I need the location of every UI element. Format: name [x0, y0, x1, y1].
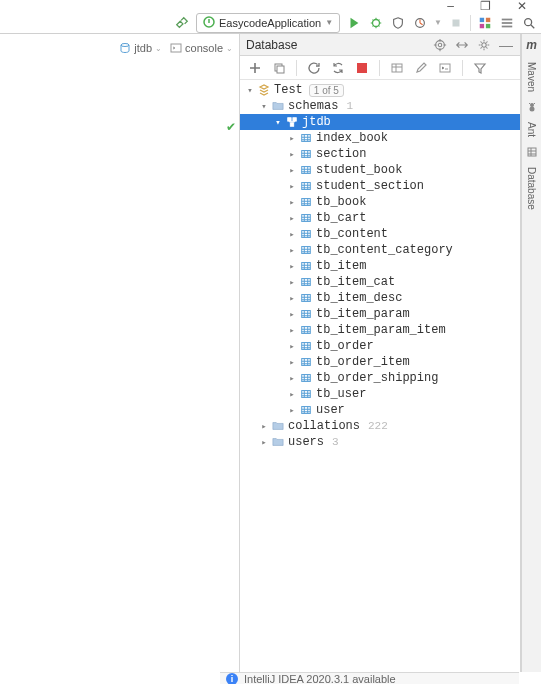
jtdb-tab[interactable]: jtdb ⌄: [119, 42, 162, 54]
duplicate-icon[interactable]: [270, 59, 288, 77]
chevron-right-icon: ▸: [286, 197, 298, 208]
chevron-right-icon: ▸: [286, 181, 298, 192]
svg-rect-6: [480, 23, 484, 27]
tree-table-label: tb_order_item: [316, 355, 410, 369]
tree-table[interactable]: ▸student_section: [240, 178, 520, 194]
tree-schemas-count: 1: [346, 100, 353, 112]
tree-table[interactable]: ▸tb_user: [240, 386, 520, 402]
svg-rect-30: [302, 231, 311, 238]
database-tree[interactable]: ▾ Test 1 of 5 ▾ schemas 1 ▾: [240, 80, 520, 672]
stop-icon[interactable]: [353, 59, 371, 77]
folder-icon: [270, 435, 286, 449]
add-icon[interactable]: [246, 59, 264, 77]
tree-table-label: user: [316, 403, 345, 417]
tree-root-label: Test: [274, 83, 303, 97]
chevron-down-icon: ▼: [325, 18, 333, 27]
profile-button[interactable]: [412, 15, 428, 31]
tree-table-label: tb_content: [316, 227, 388, 241]
close-button[interactable]: ✕: [517, 0, 527, 12]
ant-tab[interactable]: Ant: [526, 118, 537, 141]
maven-icon[interactable]: m: [526, 36, 537, 54]
target-icon[interactable]: [432, 37, 448, 53]
chevron-right-icon: ▸: [286, 357, 298, 368]
tree-table[interactable]: ▸section: [240, 146, 520, 162]
schema-icon: [284, 115, 300, 129]
svg-rect-23: [290, 123, 293, 126]
tree-table-label: tb_content_category: [316, 243, 453, 257]
edit-icon[interactable]: [412, 59, 430, 77]
tree-table-label: tb_item_desc: [316, 291, 402, 305]
main-toolbar: EasycodeApplication ▼ ▼: [0, 12, 541, 34]
tree-schema-jtdb[interactable]: ▾ jtdb: [240, 114, 520, 130]
svg-rect-44: [528, 148, 536, 156]
svg-rect-28: [302, 199, 311, 206]
table-icon: [298, 275, 314, 289]
maven-tab[interactable]: Maven: [526, 58, 537, 96]
tree-table[interactable]: ▸tb_book: [240, 194, 520, 210]
run-button[interactable]: [346, 15, 362, 31]
notification-bar[interactable]: i IntelliJ IDEA 2020.3.1 available: [220, 672, 519, 684]
sync-icon[interactable]: [329, 59, 347, 77]
tree-table-label: tb_item_cat: [316, 275, 395, 289]
search-icon[interactable]: [521, 15, 537, 31]
minimize-button[interactable]: –: [447, 0, 454, 12]
svg-rect-22: [293, 118, 296, 121]
svg-rect-8: [502, 18, 513, 20]
tree-table-label: tb_user: [316, 387, 366, 401]
svg-rect-21: [288, 118, 291, 121]
hide-icon[interactable]: —: [498, 37, 514, 53]
svg-point-42: [530, 103, 534, 107]
run-configuration-label: EasycodeApplication: [219, 17, 321, 29]
chevron-right-icon: ▸: [286, 309, 298, 320]
spring-boot-icon: [203, 16, 215, 30]
run-configuration-selector[interactable]: EasycodeApplication ▼: [196, 13, 340, 33]
svg-rect-19: [392, 64, 402, 72]
tree-table[interactable]: ▸tb_item: [240, 258, 520, 274]
build-hammer-icon[interactable]: [174, 15, 190, 31]
tree-collations[interactable]: ▸ collations 222: [240, 418, 520, 434]
tree-schemas[interactable]: ▾ schemas 1: [240, 98, 520, 114]
debug-button[interactable]: [368, 15, 384, 31]
tree-table[interactable]: ▸student_book: [240, 162, 520, 178]
split-icon[interactable]: [454, 37, 470, 53]
tree-table[interactable]: ▸tb_item_cat: [240, 274, 520, 290]
filter-icon[interactable]: [471, 59, 489, 77]
refresh-icon[interactable]: [305, 59, 323, 77]
tree-table[interactable]: ▸tb_content_category: [240, 242, 520, 258]
tree-table[interactable]: ▸tb_order_item: [240, 354, 520, 370]
stop-button[interactable]: [448, 15, 464, 31]
svg-point-15: [438, 43, 442, 47]
database-tab[interactable]: Database: [526, 163, 537, 214]
chevron-right-icon: ▸: [286, 165, 298, 176]
gear-icon[interactable]: [476, 37, 492, 53]
database-icon[interactable]: [525, 145, 539, 159]
right-sidebar: m Maven Ant Database: [521, 34, 541, 672]
settings-icon[interactable]: [499, 15, 515, 31]
ant-icon[interactable]: [525, 100, 539, 114]
console-icon[interactable]: [436, 59, 454, 77]
coverage-button[interactable]: [390, 15, 406, 31]
git-branch-icon[interactable]: [477, 15, 493, 31]
svg-rect-33: [302, 279, 311, 286]
chevron-right-icon: ▸: [286, 293, 298, 304]
database-tab-label: Database: [526, 167, 537, 210]
console-tab[interactable]: console ⌄: [170, 42, 233, 54]
tree-users[interactable]: ▸ users 3: [240, 434, 520, 450]
tree-table-label: index_book: [316, 131, 388, 145]
tree-table[interactable]: ▸tb_order: [240, 338, 520, 354]
maximize-button[interactable]: ❐: [480, 0, 491, 12]
table-icon: [298, 227, 314, 241]
jtdb-tab-label: jtdb: [134, 42, 152, 54]
svg-rect-41: [302, 407, 311, 414]
tree-root[interactable]: ▾ Test 1 of 5: [240, 82, 520, 98]
tree-table[interactable]: ▸tb_content: [240, 226, 520, 242]
svg-rect-18: [277, 66, 284, 73]
tree-table[interactable]: ▸tb_item_param: [240, 306, 520, 322]
tree-table[interactable]: ▸tb_cart: [240, 210, 520, 226]
table-view-icon[interactable]: [388, 59, 406, 77]
tree-table[interactable]: ▸user: [240, 402, 520, 418]
tree-table[interactable]: ▸tb_order_shipping: [240, 370, 520, 386]
tree-table[interactable]: ▸index_book: [240, 130, 520, 146]
tree-table[interactable]: ▸tb_item_param_item: [240, 322, 520, 338]
tree-table[interactable]: ▸tb_item_desc: [240, 290, 520, 306]
